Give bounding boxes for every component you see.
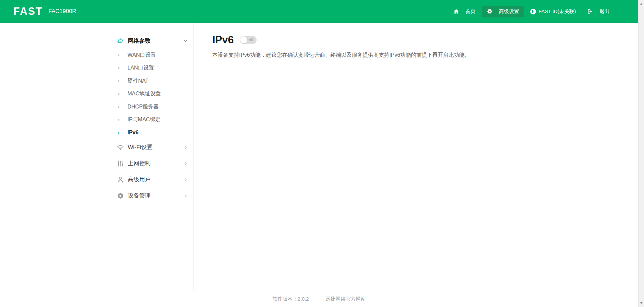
network-globe-icon — [117, 37, 124, 44]
nav-fast-id[interactable]: F FAST ID(未关联) — [526, 6, 580, 17]
sidebar-item-advanced-user[interactable]: 高级用户 — [117, 172, 188, 188]
scroll-up-button[interactable] — [639, 1, 644, 7]
sidebar-nav: 网络参数 WAN口设置 LAN口设置 硬件NAT — [117, 33, 188, 204]
chevron-right-icon — [183, 161, 188, 166]
wifi-icon — [117, 144, 124, 151]
fast-logo: FAST — [13, 5, 43, 17]
scroll-down-button[interactable] — [639, 300, 644, 306]
home-icon — [453, 8, 459, 14]
official-site-link[interactable]: 迅捷网络官方网站 — [326, 296, 366, 302]
app-header: FAST FAC1900R 首页 高级设置 F FAST ID(未关联) — [0, 0, 644, 23]
sidebar-item-ip-mac-binding[interactable]: IP与MAC绑定 — [117, 114, 188, 127]
nut-icon — [117, 192, 124, 200]
sidebar-item-wan-settings[interactable]: WAN口设置 — [117, 49, 188, 62]
nav-home[interactable]: 首页 — [449, 6, 480, 17]
body-row: 网络参数 WAN口设置 LAN口设置 硬件NAT — [0, 23, 644, 291]
sidebar-item-label: Wi-Fi设置 — [128, 143, 153, 151]
sidebar-item-mac-address[interactable]: MAC地址设置 — [117, 88, 188, 101]
triangle-up-icon — [640, 3, 643, 5]
gear-icon — [487, 8, 493, 14]
sliders-icon — [117, 160, 124, 167]
chevron-down-icon — [183, 38, 188, 43]
nav-home-label: 首页 — [466, 8, 476, 15]
bullet-icon — [118, 119, 119, 121]
fast-id-icon: F — [530, 9, 536, 14]
chevron-right-icon — [183, 193, 188, 198]
sidebar-item-label: 高级用户 — [128, 176, 151, 183]
sidebar-item-lan-settings[interactable]: LAN口设置 — [117, 62, 188, 75]
ipv6-toggle[interactable]: off — [240, 36, 257, 44]
bullet-icon — [118, 132, 119, 134]
chevron-right-icon — [183, 145, 188, 150]
device-model: FAC1900R — [48, 8, 76, 15]
page-title: IPv6 — [212, 34, 234, 46]
nav-logout-label: 退出 — [599, 8, 609, 15]
software-version: 软件版本：2.0.2 — [272, 296, 309, 302]
sidebar-item-ipv6[interactable]: IPv6 — [117, 126, 188, 139]
content-divider — [212, 65, 519, 65]
sidebar-item-label: 上网控制 — [128, 160, 151, 167]
toggle-state-label: off — [249, 38, 253, 42]
sidebar-item-label: 设备管理 — [128, 192, 151, 200]
user-icon — [117, 176, 124, 183]
sidebar-item-access-control[interactable]: 上网控制 — [117, 156, 188, 172]
sidebar-item-hardware-nat[interactable]: 硬件NAT — [117, 75, 188, 88]
nav-advanced-settings-label: 高级设置 — [499, 8, 519, 15]
nav-advanced-settings[interactable]: 高级设置 — [482, 6, 524, 17]
title-row: IPv6 off — [212, 34, 644, 46]
sidebar-item-network-params[interactable]: 网络参数 — [117, 33, 188, 49]
top-nav: 首页 高级设置 F FAST ID(未关联) 退出 — [446, 6, 614, 17]
vertical-scrollbar[interactable] — [638, 0, 644, 307]
nav-fast-id-label: FAST ID(未关联) — [539, 8, 576, 15]
sidebar-item-device-management[interactable]: 设备管理 — [117, 188, 188, 204]
sidebar-item-label: 网络参数 — [128, 37, 151, 45]
bullet-icon — [118, 93, 119, 95]
triangle-down-icon — [640, 302, 643, 304]
bullet-icon — [118, 67, 119, 69]
toggle-knob-icon — [240, 36, 248, 44]
bullet-icon — [118, 54, 119, 56]
page: FAST FAC1900R 首页 高级设置 F FAST ID(未关联) — [0, 0, 644, 307]
sidebar-item-wifi-settings[interactable]: Wi-Fi设置 — [117, 139, 188, 156]
bullet-icon — [118, 106, 119, 108]
bullet-icon — [118, 80, 119, 82]
sidebar-item-dhcp-server[interactable]: DHCP服务器 — [117, 100, 188, 114]
logout-icon — [587, 8, 593, 14]
main-content: IPv6 off 本设备支持IPv6功能，建议您在确认宽带运营商、终端以及服务提… — [194, 23, 644, 291]
nav-logout[interactable]: 退出 — [583, 6, 614, 17]
sidebar: 网络参数 WAN口设置 LAN口设置 硬件NAT — [0, 23, 194, 291]
chevron-right-icon — [183, 177, 188, 182]
page-footer: 软件版本：2.0.2 迅捷网络官方网站 — [0, 291, 638, 307]
ipv6-description: 本设备支持IPv6功能，建议您在确认宽带运营商、终端以及服务提供商支持IPv6功… — [212, 52, 644, 59]
